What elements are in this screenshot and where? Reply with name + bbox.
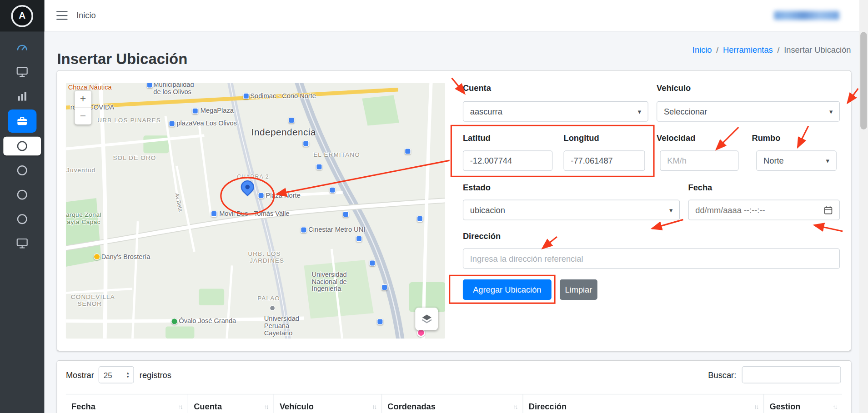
- map[interactable]: Choza NáuticaMunicipalidadde los OlivosS…: [66, 83, 445, 339]
- search-input[interactable]: [742, 366, 841, 383]
- column-header-4[interactable]: Dirección↑↓: [522, 394, 763, 413]
- map-label: MegaPlaza: [201, 107, 234, 114]
- limpiar-button[interactable]: Limpiar: [560, 279, 597, 300]
- rumbo-value: Norte: [763, 156, 784, 165]
- map-poi-shop-icon: [329, 187, 335, 193]
- cuenta-label: Cuenta: [463, 83, 491, 93]
- map-label: Peruana: [264, 322, 289, 330]
- briefcase-icon: [15, 114, 29, 128]
- sidebar-item-devices[interactable]: [0, 231, 44, 256]
- map-label: ayta Cápac: [67, 219, 100, 225]
- zoom-in-button[interactable]: +: [75, 91, 91, 108]
- direccion-label: Dirección: [463, 231, 501, 241]
- map-label: Óvalo José Granda: [179, 317, 236, 325]
- sort-icon: ↑↓: [754, 403, 758, 410]
- fecha-input[interactable]: dd/mm/aaaa --:--:--: [688, 200, 840, 220]
- stepper-icon: ▴▾: [127, 372, 129, 378]
- latitud-label: Latitud: [463, 133, 491, 143]
- map-label: arque Zonal: [66, 211, 101, 218]
- map-poi-shop-icon: [417, 216, 423, 222]
- monitor-icon: [15, 65, 29, 79]
- topbar: Inicio: [44, 0, 868, 32]
- map-poi-shop-icon: [381, 284, 387, 290]
- sidebar-item-tools-active[interactable]: [8, 109, 36, 133]
- map-label: Ingeniería: [312, 285, 341, 293]
- sidebar-subitem-4[interactable]: [0, 207, 44, 231]
- sort-icon: ↑↓: [372, 403, 376, 410]
- fecha-label: Fecha: [688, 183, 712, 192]
- map-label: EL ERMITAÑO: [313, 151, 360, 158]
- velocidad-input[interactable]: [660, 150, 738, 171]
- map-label: CUADRA 2: [237, 174, 269, 179]
- map-label: URB. LOS: [248, 250, 281, 257]
- page-title: Insertar Ubicación: [57, 51, 187, 68]
- map-label: Sodimac - Cono Norte: [250, 92, 316, 100]
- map-poi-shop-icon: [192, 108, 198, 114]
- cuenta-select[interactable]: aascurra ▾: [463, 101, 648, 122]
- circle-icon: [17, 190, 27, 200]
- zoom-out-button[interactable]: −: [75, 108, 91, 124]
- insert-location-card: Choza NáuticaMunicipalidadde los OlivosS…: [57, 71, 851, 351]
- column-header-5[interactable]: Gestion↑↓: [763, 394, 842, 413]
- map-poi-shop-icon: [288, 117, 294, 123]
- circle-icon: [17, 214, 27, 224]
- sidebar-item-dashboard[interactable]: [0, 35, 44, 60]
- breadcrumb-item[interactable]: Inicio: [692, 45, 712, 55]
- username-redacted[interactable]: [774, 11, 839, 20]
- map-layers-button[interactable]: [415, 308, 438, 330]
- estado-select[interactable]: ubicacion ▾: [463, 200, 680, 220]
- sidebar-subitem-3[interactable]: [0, 183, 44, 207]
- chevron-down-icon: ▾: [826, 157, 829, 164]
- map-poi-shop-icon: [169, 120, 175, 126]
- vehiculo-select[interactable]: Seleccionar ▾: [657, 101, 840, 122]
- scrollbar-track[interactable]: [859, 0, 868, 413]
- mostrar-label: Mostrar: [66, 370, 94, 380]
- map-label: Nacional de: [312, 278, 347, 285]
- map-label: Cayetano: [264, 329, 293, 337]
- layers-icon: [421, 313, 433, 325]
- map-poi-shop-icon: [243, 93, 249, 99]
- column-header-0[interactable]: Fecha↑↓: [66, 394, 188, 413]
- latitud-input[interactable]: [463, 150, 552, 171]
- sidebar-logo[interactable]: A: [0, 0, 44, 31]
- sidebar-subitem-2[interactable]: [0, 158, 44, 183]
- agregar-ubicacion-button[interactable]: Agregar Ubicación: [463, 279, 552, 300]
- buscar-label: Buscar:: [708, 370, 736, 380]
- column-header-1[interactable]: Cuenta↑↓: [188, 394, 274, 413]
- longitud-input[interactable]: [564, 150, 645, 171]
- chevron-down-icon: ▾: [669, 206, 672, 214]
- breadcrumb: Inicio/Herramientas/Insertar Ubicación: [692, 45, 851, 55]
- monitor-icon: [15, 237, 29, 250]
- topbar-link-inicio[interactable]: Inicio: [76, 10, 96, 20]
- breadcrumb-item[interactable]: Herramientas: [723, 45, 773, 55]
- page-size-value: 25: [104, 370, 112, 379]
- speedometer-icon: [15, 41, 29, 54]
- map-poi-shop-icon: [356, 236, 362, 242]
- map-label: Movil Bus - Tomás Valle: [219, 209, 290, 217]
- longitud-label: Longitud: [564, 133, 599, 143]
- direccion-input[interactable]: [463, 249, 840, 269]
- map-label: Choza Náutica: [68, 84, 112, 91]
- sidebar: A: [0, 0, 44, 413]
- sidebar-item-reports[interactable]: [0, 84, 44, 109]
- column-header-2[interactable]: Vehículo↑↓: [273, 394, 381, 413]
- map-poi-shop-icon: [316, 164, 322, 169]
- breadcrumb-item: Insertar Ubicación: [784, 45, 851, 55]
- scrollbar-thumb[interactable]: [860, 32, 867, 129]
- map-poi-shop-icon: [303, 140, 309, 146]
- estado-value: ubicacion: [470, 205, 505, 215]
- chevron-down-icon: ▾: [638, 108, 641, 115]
- map-poi-shop-icon: [405, 148, 411, 154]
- sidebar-item-monitors[interactable]: [0, 60, 44, 85]
- column-header-3[interactable]: Cordenadas↑↓: [381, 394, 522, 413]
- map-label: PALAO: [257, 295, 280, 302]
- map-poi-shop-icon: [301, 227, 306, 233]
- hamburger-menu-icon[interactable]: [56, 11, 67, 20]
- registros-label: registros: [140, 370, 171, 380]
- sidebar-subitem-insertar-ubicacion-active[interactable]: [3, 137, 41, 155]
- map-label: plazaVea Los Olivos: [176, 119, 236, 127]
- map-label: de los Olivos: [153, 88, 191, 96]
- map-label: SOL DE ORO: [113, 154, 156, 161]
- page-size-select[interactable]: 25 ▴▾: [99, 366, 134, 383]
- rumbo-select[interactable]: Norte ▾: [756, 150, 837, 171]
